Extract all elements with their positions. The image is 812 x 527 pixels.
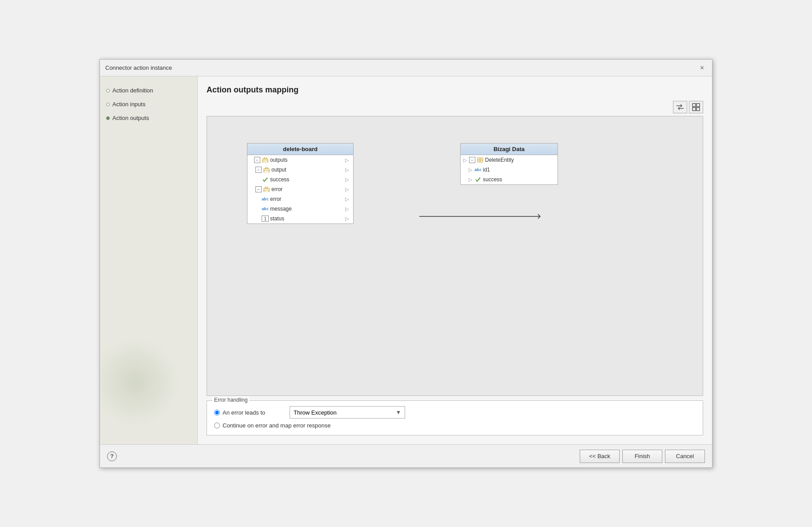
tree-node: 1 status ▷ bbox=[247, 214, 353, 224]
arrow-right-icon: ▷ bbox=[345, 196, 350, 202]
svg-rect-14 bbox=[265, 187, 268, 188]
error-handling-box: Error handling An error leads to Throw E… bbox=[207, 400, 703, 435]
svg-rect-19 bbox=[481, 160, 483, 162]
map-toolbar-button[interactable] bbox=[673, 101, 687, 113]
error-row-2: Continue on error and map error response bbox=[214, 422, 696, 429]
tree-node: − outputs ▷ bbox=[247, 155, 353, 165]
close-button[interactable]: × bbox=[697, 64, 707, 72]
left-tree: delete-board − outputs ▷ − bbox=[247, 143, 354, 224]
cancel-button[interactable]: Cancel bbox=[665, 450, 705, 463]
arrow-right-icon: ▷ bbox=[345, 177, 350, 183]
node-label: outputs bbox=[270, 157, 344, 163]
svg-rect-17 bbox=[481, 158, 483, 160]
tree-node: ▷ success bbox=[461, 175, 557, 184]
svg-rect-4 bbox=[693, 108, 696, 111]
sidebar-label-action-definition: Action definition bbox=[112, 87, 153, 94]
node-label: message bbox=[270, 206, 344, 212]
svg-rect-3 bbox=[697, 104, 700, 107]
sidebar-item-action-definition[interactable]: Action definition bbox=[105, 85, 192, 96]
sidebar-label-action-outputs: Action outputs bbox=[112, 115, 149, 121]
node-label: error bbox=[270, 196, 344, 202]
arrow-left-icon: ▷ bbox=[469, 167, 472, 173]
right-tree-header: Bizagi Data bbox=[461, 144, 557, 155]
sidebar-item-action-inputs[interactable]: Action inputs bbox=[105, 99, 192, 109]
arrow-right-icon: ▷ bbox=[345, 157, 350, 163]
title-bar: Connector action instance × bbox=[100, 60, 712, 76]
tree-node: success ▷ bbox=[247, 175, 353, 184]
dropdown-value: Throw Exception bbox=[294, 409, 337, 416]
sidebar-label-action-inputs: Action inputs bbox=[112, 101, 145, 108]
svg-rect-8 bbox=[264, 158, 267, 159]
tree-node: abc message ▷ bbox=[247, 204, 353, 214]
error-radio-option2[interactable]: Continue on error and map error response bbox=[214, 422, 331, 429]
sidebar-dot-3 bbox=[106, 116, 110, 120]
node-label: success bbox=[483, 176, 555, 183]
node-label: output bbox=[271, 167, 344, 173]
tree-node: abc error ▷ bbox=[247, 194, 353, 204]
abc-icon: abc bbox=[474, 167, 482, 173]
node-label: success bbox=[270, 176, 344, 183]
throw-exception-dropdown[interactable]: Throw Exception ▼ bbox=[290, 406, 405, 419]
dialog-title: Connector action instance bbox=[105, 64, 172, 71]
num-icon: 1 bbox=[262, 216, 269, 222]
svg-rect-2 bbox=[693, 104, 696, 107]
briefcase-icon bbox=[263, 186, 270, 192]
tree-node: − output ▷ bbox=[247, 165, 353, 175]
check-icon bbox=[474, 176, 482, 183]
node-label: status bbox=[270, 216, 344, 222]
tree-node: ▷ abc id1 bbox=[461, 165, 557, 175]
expand-icon[interactable]: − bbox=[469, 157, 475, 163]
error-row-1: An error leads to Throw Exception ▼ bbox=[214, 406, 696, 419]
abc-icon: abc bbox=[262, 206, 269, 212]
layout-toolbar-button[interactable] bbox=[689, 101, 703, 113]
arrow-right-icon: ▷ bbox=[345, 216, 350, 222]
grid-icon bbox=[477, 157, 484, 163]
content-area: Action outputs mapping bbox=[198, 76, 712, 444]
error-radio-2[interactable] bbox=[214, 423, 220, 428]
mapping-canvas: delete-board − outputs ▷ − bbox=[207, 116, 703, 396]
sidebar-item-action-outputs[interactable]: Action outputs bbox=[105, 113, 192, 123]
map-icon bbox=[676, 103, 685, 111]
arrow-right-icon: ▷ bbox=[345, 206, 350, 212]
right-tree: Bizagi Data ▷ − DeleteEntity ▷ abc bbox=[460, 143, 558, 185]
layout-icon bbox=[692, 103, 700, 111]
node-label: DeleteEntity bbox=[485, 157, 555, 163]
node-label: id1 bbox=[483, 167, 555, 173]
error-radio-option1[interactable]: An error leads to bbox=[214, 409, 285, 416]
arrow-left-icon: ▷ bbox=[469, 177, 472, 183]
sidebar-dot-2 bbox=[106, 103, 110, 106]
arrow-left-icon: ▷ bbox=[463, 157, 467, 163]
back-button[interactable]: << Back bbox=[580, 450, 620, 463]
arrow-right-icon: ▷ bbox=[345, 187, 350, 192]
left-tree-header: delete-board bbox=[247, 144, 353, 155]
tree-node: ▷ − DeleteEntity bbox=[461, 155, 557, 165]
sidebar: Action definition Action inputs Action o… bbox=[100, 76, 198, 444]
expand-icon[interactable]: − bbox=[254, 157, 260, 163]
mapping-toolbar bbox=[207, 101, 703, 113]
sidebar-dot-1 bbox=[106, 89, 110, 92]
svg-rect-5 bbox=[697, 108, 700, 111]
help-button[interactable]: ? bbox=[107, 451, 117, 461]
expand-icon[interactable]: − bbox=[255, 186, 262, 192]
finish-button[interactable]: Finish bbox=[622, 450, 662, 463]
error-option1-label: An error leads to bbox=[223, 409, 265, 416]
footer: ? << Back Finish Cancel bbox=[100, 444, 712, 467]
briefcase-icon bbox=[262, 157, 269, 163]
footer-buttons: << Back Finish Cancel bbox=[580, 450, 705, 463]
error-handling-legend: Error handling bbox=[212, 397, 249, 403]
connector-action-dialog: Connector action instance × Action defin… bbox=[100, 59, 712, 468]
briefcase-icon bbox=[263, 167, 270, 173]
footer-left: ? bbox=[107, 451, 117, 461]
expand-icon[interactable]: − bbox=[255, 167, 262, 173]
arrow-right-icon: ▷ bbox=[345, 167, 350, 173]
node-label: error bbox=[271, 186, 344, 192]
tree-node: − error ▷ bbox=[247, 184, 353, 194]
svg-rect-18 bbox=[478, 160, 480, 162]
abc-icon: abc bbox=[262, 196, 269, 202]
error-radio-1[interactable] bbox=[214, 410, 220, 415]
svg-rect-11 bbox=[265, 168, 268, 169]
main-content: Action definition Action inputs Action o… bbox=[100, 76, 712, 444]
page-title: Action outputs mapping bbox=[207, 85, 703, 95]
dropdown-chevron: ▼ bbox=[396, 409, 401, 415]
svg-rect-16 bbox=[478, 158, 480, 160]
